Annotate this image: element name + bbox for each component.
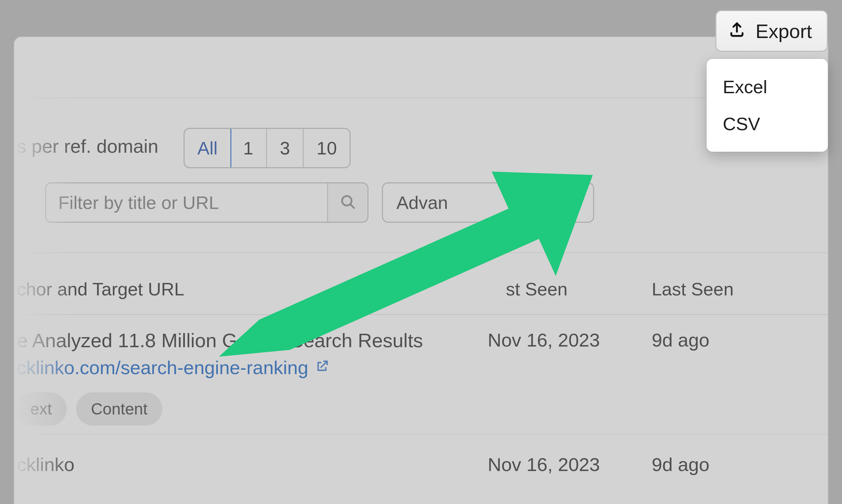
segment-1[interactable]: 1 [230, 129, 267, 167]
result-title: cklinko [17, 453, 74, 475]
column-header-anchor-target: chor and Target URL [17, 278, 184, 300]
external-link-icon [314, 357, 330, 378]
search-icon [339, 193, 357, 212]
last-seen-value: 9d ago [652, 329, 709, 351]
filter-input-group [45, 182, 368, 223]
svg-line-1 [350, 204, 354, 209]
search-button[interactable] [327, 183, 367, 222]
segment-3[interactable]: 3 [267, 129, 304, 167]
svg-point-0 [342, 196, 351, 205]
export-excel[interactable]: Excel [707, 68, 828, 105]
filter-input[interactable] [46, 183, 327, 222]
first-seen-value: Nov 16, 2023 [488, 453, 600, 475]
results-panel: s per ref. domain All 1 3 10 Advan [14, 36, 828, 504]
export-button[interactable]: Export [715, 10, 828, 52]
export-icon [728, 20, 745, 42]
badge-text: ext [16, 392, 67, 426]
result-title: e Analyzed 11.8 Million Google Search Re… [17, 329, 423, 352]
column-header-last-seen: Last Seen [652, 278, 734, 300]
result-target-url-text: cklinko.com/search-engine-ranking [17, 357, 308, 378]
export-csv[interactable]: CSV [707, 105, 828, 142]
segment-all[interactable]: All [184, 128, 231, 168]
first-seen-value: Nov 16, 2023 [488, 329, 600, 351]
export-menu: Excel CSV [707, 59, 828, 152]
column-header-first-seen: st Seen [506, 278, 567, 300]
segment-10[interactable]: 10 [304, 129, 349, 167]
result-badges: ext Content [16, 392, 162, 426]
export-button-label: Export [755, 20, 812, 42]
per-ref-domain-segments: All 1 3 10 [184, 128, 350, 168]
result-target-url[interactable]: cklinko.com/search-engine-ranking [17, 357, 330, 378]
advanced-filters-button[interactable]: Advan [382, 182, 594, 223]
badge-content: Content [76, 392, 162, 426]
last-seen-value: 9d ago [652, 453, 709, 475]
advanced-filters-label: Advan [396, 192, 448, 213]
per-ref-domain-label: s per ref. domain [14, 135, 158, 157]
